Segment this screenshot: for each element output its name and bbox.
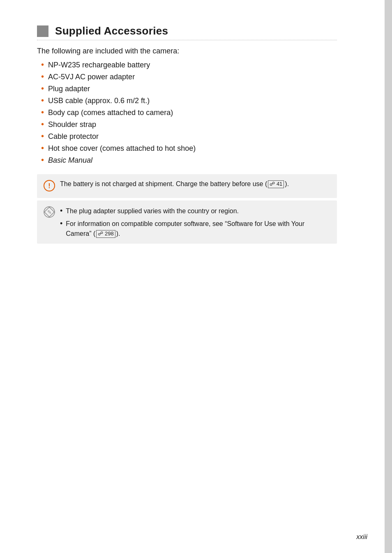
bullet-2: • (41, 84, 44, 93)
bullet-8: • (41, 155, 44, 165)
info-bullet-1: • (60, 205, 62, 217)
caution-text: The battery is not charged at shipment. … (60, 180, 289, 187)
info-notes-list: • The plug adapter supplied varies with … (60, 205, 330, 239)
info-note-content: • The plug adapter supplied varies with … (60, 205, 330, 239)
bullet-3: • (41, 96, 44, 105)
page-container: Supplied Accessories The following are i… (0, 0, 370, 268)
info-note-text-1: The plug adapter supplied varies with th… (66, 206, 239, 216)
svg-text:✎: ✎ (47, 209, 52, 215)
accessories-item-text-0: NP-W235 rechargeable battery (48, 61, 150, 69)
accessories-item-6: •Cable protector (41, 130, 337, 142)
accessories-item-8: •Basic Manual (41, 154, 337, 166)
accessories-list: •NP-W235 rechargeable battery•AC-5VJ AC … (41, 59, 337, 166)
svg-text:!: ! (48, 182, 50, 189)
intro-text: The following are included with the came… (37, 47, 337, 55)
bullet-4: • (41, 108, 44, 117)
bullet-7: • (41, 143, 44, 153)
section-color-bar (37, 25, 48, 37)
caution-ref: ☍ 41 (268, 180, 284, 188)
page-number: xxiii (356, 533, 367, 541)
bullet-6: • (41, 131, 44, 141)
bullet-5: • (41, 120, 44, 129)
info-note-item-2: • For information on compatible computer… (60, 218, 330, 239)
accessories-item-4: •Body cap (comes attached to camera) (41, 106, 337, 118)
accessories-item-text-3: USB cable (approx. 0.6 m/2 ft.) (48, 97, 150, 105)
accessories-item-text-5: Shoulder strap (48, 120, 96, 129)
right-border (385, 0, 392, 553)
accessories-item-text-7: Hot shoe cover (comes attached to hot sh… (48, 144, 196, 153)
accessories-item-2: •Plug adapter (41, 83, 337, 94)
info-note-item-1: • The plug adapter supplied varies with … (60, 205, 330, 217)
section-title: Supplied Accessories (55, 25, 168, 37)
accessories-item-5: •Shoulder strap (41, 118, 337, 130)
accessories-item-0: •NP-W235 rechargeable battery (41, 59, 337, 71)
accessories-item-text-4: Body cap (comes attached to camera) (48, 108, 173, 117)
accessories-item-text-6: Cable protector (48, 132, 99, 141)
accessories-item-1: •AC-5VJ AC power adapter (41, 71, 337, 83)
accessories-item-7: •Hot shoe cover (comes attached to hot s… (41, 142, 337, 154)
bullet-1: • (41, 72, 44, 81)
accessories-item-text-2: Plug adapter (48, 85, 90, 93)
info-bullet-2: • (60, 218, 62, 229)
bullet-0: • (41, 60, 44, 69)
accessories-item-text-1: AC-5VJ AC power adapter (48, 73, 135, 81)
info-ref: ☍ 298 (96, 230, 115, 238)
info-note-box: ✎ • The plug adapter supplied varies wit… (37, 200, 337, 244)
caution-icon: ! (44, 180, 55, 193)
caution-note-box: ! The battery is not charged at shipment… (37, 174, 337, 198)
info-note-text-2: For information on compatible computer s… (66, 219, 330, 239)
info-icon: ✎ (44, 206, 55, 219)
caution-note-content: The battery is not charged at shipment. … (60, 179, 289, 189)
accessories-item-3: •USB cable (approx. 0.6 m/2 ft.) (41, 94, 337, 106)
accessories-item-text-8: Basic Manual (48, 156, 92, 165)
section-header: Supplied Accessories (37, 25, 337, 40)
